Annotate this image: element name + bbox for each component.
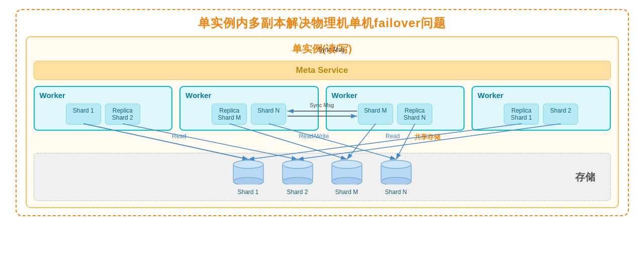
- worker-label-1: Worker: [40, 91, 167, 100]
- svg-point-2: [233, 160, 263, 168]
- shard-item-4-2: Shard 2: [543, 104, 578, 125]
- cylinder-svg-2: [281, 158, 315, 184]
- cylinder-label-2: Shard 2: [287, 189, 308, 196]
- storage-shard-4: Shard N: [379, 158, 413, 196]
- cylinder-label-1: Shard 1: [237, 189, 258, 196]
- worker-label-2: Worker: [186, 91, 313, 100]
- shard-item-3-1: Shard M: [358, 104, 393, 125]
- cylinder-svg-4: [379, 158, 413, 184]
- cylinder-svg-1: [231, 158, 265, 184]
- diagram-wrapper: WorkerShard 1Replica Shard 2WorkerReplic…: [34, 86, 611, 201]
- shard-item-2-2: Shard N: [251, 104, 286, 125]
- worker-label-3: Worker: [332, 91, 459, 100]
- shard-item-3-2: Replica Shard N: [397, 104, 432, 125]
- workers-row: WorkerShard 1Replica Shard 2WorkerReplic…: [34, 86, 611, 131]
- shared-storage-label: 共享存储: [414, 133, 440, 142]
- sync-msg-label: Sync Msg: [318, 46, 345, 53]
- shard-item-2-1: Replica Shard M: [212, 104, 247, 125]
- main-title: 单实例内多副本解决物理机单机failover问题: [26, 15, 619, 31]
- cylinder-label-3: Shard M: [335, 189, 358, 196]
- worker-label-4: Worker: [478, 91, 605, 100]
- outer-container: 单实例内多副本解决物理机单机failover问题 单实例(读/写) Meta S…: [16, 9, 629, 216]
- inner-box: 单实例(读/写) Meta Service WorkerShard 1Repli…: [26, 36, 619, 208]
- worker-box-4: WorkerReplica Shard 1Shard 2: [472, 86, 611, 131]
- shards-row-4: Replica Shard 1Shard 2: [478, 104, 605, 125]
- shard-item-4-1: Replica Shard 1: [504, 104, 539, 125]
- read-label: Read: [172, 133, 187, 140]
- storage-section: Shard 1Shard 2Shard MShard N 存储: [34, 153, 611, 201]
- storage-shard-3: Shard M: [330, 158, 364, 196]
- meta-service-bar: Meta Service: [34, 61, 611, 80]
- shard-item-1-1: Shard 1: [66, 104, 101, 125]
- shards-row-3: Shard MReplica Shard N: [332, 104, 459, 125]
- svg-point-11: [381, 160, 411, 168]
- storage-label: 存储: [575, 170, 595, 184]
- cylinder-svg-3: [330, 158, 364, 184]
- storage-shard-1: Shard 1: [231, 158, 265, 196]
- svg-point-5: [283, 160, 313, 168]
- read2-label: Read: [386, 133, 400, 140]
- shard-item-1-2: Replica Shard 2: [105, 104, 140, 125]
- worker-box-3: WorkerShard MReplica Shard N: [326, 86, 465, 131]
- svg-point-7: [332, 177, 362, 184]
- worker-box-1: WorkerShard 1Replica Shard 2: [34, 86, 173, 131]
- svg-point-4: [283, 177, 313, 184]
- storage-label-area: Shard 1Shard 2Shard MShard N: [44, 158, 600, 196]
- cylinder-label-4: Shard N: [385, 189, 407, 196]
- svg-point-1: [233, 177, 263, 184]
- shards-row-2: Replica Shard MShard N: [186, 104, 313, 125]
- svg-point-10: [381, 177, 411, 184]
- worker-box-2: WorkerReplica Shard MShard N: [179, 86, 319, 131]
- storage-shard-2: Shard 2: [281, 158, 315, 196]
- svg-point-8: [332, 160, 362, 168]
- read-write-label: Read/Write: [299, 133, 329, 140]
- annotations-row: Read Read/Write Read 共享存储: [34, 133, 611, 146]
- shards-row-1: Shard 1Replica Shard 2: [40, 104, 167, 125]
